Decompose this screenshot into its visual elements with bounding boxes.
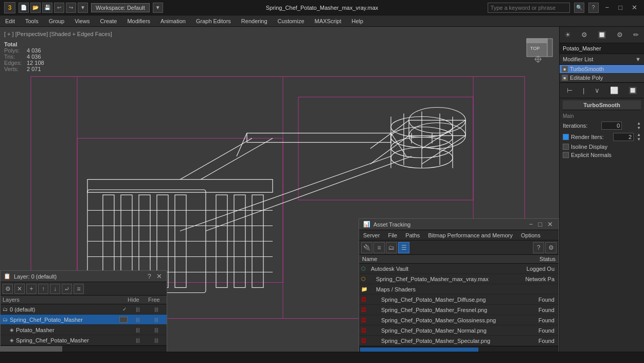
ap-row[interactable]: 🖼 Spring_Chef_Potato_Masher_Diffuse.png … <box>359 295 559 305</box>
rp2-icon1[interactable]: ⊢ <box>565 85 574 96</box>
modifier-editablepoly[interactable]: ■ Editable Poly <box>560 74 644 82</box>
layer-icon-2: 🗂 <box>3 317 8 322</box>
rp-icon-2[interactable]: ⚙ <box>580 29 589 40</box>
ap-maximize-btn[interactable]: □ <box>536 220 544 228</box>
ap-tb-btn2[interactable]: ≡ <box>373 242 385 253</box>
lp-question-btn[interactable]: ? <box>146 272 153 280</box>
undo-icon[interactable]: ↩ <box>54 3 64 13</box>
options-icon[interactable]: ▼ <box>78 3 88 13</box>
ap-tb-btn1[interactable]: 🔌 <box>361 242 372 253</box>
layer-name-2: Spring_Chef_Potato_Masher <box>9 317 119 323</box>
ap-row-status: Found <box>521 317 557 323</box>
lp-btn6[interactable]: ≡ <box>74 284 84 294</box>
workspace-button[interactable]: Workspace: Default <box>91 3 150 12</box>
minimize-button[interactable]: − <box>603 3 612 13</box>
workspace-dropdown-icon[interactable]: ▼ <box>153 3 163 13</box>
ap-menu-options[interactable]: Options <box>517 230 545 240</box>
modifier-turbosmooth[interactable]: ■ TurboSmooth <box>560 65 644 74</box>
layer-row[interactable]: 🗂 Spring_Chef_Potato_Masher ||| ||| <box>1 315 167 325</box>
menu-maxscript[interactable]: MAXScript <box>310 15 347 26</box>
ap-minimize-btn[interactable]: − <box>528 220 535 228</box>
menu-help[interactable]: Help <box>347 15 369 26</box>
save-icon[interactable]: 💾 <box>42 3 52 13</box>
ts-isoline-row: Isoline Display <box>563 143 641 151</box>
ap-row[interactable]: 📁 Maps / Shaders <box>359 284 559 295</box>
modifier-list-row: Modifier List ▼ <box>560 54 644 65</box>
rp2-icon5[interactable]: 🔲 <box>627 85 638 96</box>
menu-modifiers[interactable]: Modifiers <box>122 15 155 26</box>
ts-explicit-checkbox[interactable] <box>563 152 569 158</box>
lp-close-btn[interactable]: ✕ <box>155 272 164 280</box>
rp2-icon4[interactable]: ⬜ <box>609 85 620 96</box>
modifier-list-dropdown[interactable]: ▼ <box>635 56 641 62</box>
menu-group[interactable]: Group <box>44 15 70 26</box>
lp-btn5[interactable]: ⤾ <box>62 284 72 294</box>
rp-icon-3[interactable]: 🔲 <box>596 29 607 40</box>
layer-row[interactable]: ◈ Potato_Masher ||| ||| <box>1 325 167 335</box>
menu-create[interactable]: Create <box>95 15 122 26</box>
lp-scrollbar[interactable] <box>1 345 167 352</box>
ap-row[interactable]: 🖼 Spring_Chef_Potato_Masher_Specular.png… <box>359 336 559 346</box>
ts-iterations-input[interactable] <box>601 122 622 130</box>
menu-views[interactable]: Views <box>69 15 95 26</box>
lp-delete-btn[interactable]: ✕ <box>14 284 25 294</box>
window-title: Spring_Chef_Potato_Masher_max_vray.max <box>266 5 379 11</box>
ts-iterations-spinner[interactable]: ▲ ▼ <box>637 121 641 130</box>
layer-row[interactable]: ◈ Spring_Chef_Potato_Masher ||| ||| <box>1 335 167 345</box>
ts-renderiter-input[interactable] <box>613 133 634 141</box>
ap-row[interactable]: 🖼 Spring_Chef_Potato_Masher_Fresnel.png … <box>359 305 559 315</box>
ts-renderiter-spinner[interactable]: ▲ ▼ <box>637 132 641 142</box>
rp2-icon3[interactable]: ∨ <box>593 85 601 96</box>
ts-isoline-checkbox[interactable] <box>563 144 569 150</box>
menu-rendering[interactable]: Rendering <box>236 15 273 26</box>
ts-explicit-row: Explicit Normals <box>563 151 641 159</box>
open-icon[interactable]: 📂 <box>30 3 41 13</box>
lp-settings-btn[interactable]: ⚙ <box>3 284 13 294</box>
object-name: Potato_Masher <box>560 43 644 54</box>
layer-row[interactable]: 🗂 0 (default) ✓ ||| ||| <box>1 304 167 315</box>
lp-move-dn-btn[interactable]: ↓ <box>50 284 60 294</box>
menu-edit[interactable]: Edit <box>0 15 20 26</box>
layer-icon-3: ◈ <box>10 327 14 333</box>
search-input[interactable] <box>488 3 570 13</box>
menu-animation[interactable]: Animation <box>155 15 191 26</box>
ap-menu-bitmap[interactable]: Bitmap Performance and Memory <box>424 230 516 240</box>
verts-label: Verts: <box>4 66 25 72</box>
stats-edges-row: Edges: 12 108 <box>4 60 44 66</box>
ap-tb-btn3[interactable]: 🗂 <box>386 242 397 253</box>
ap-row[interactable]: ⬡ Autodesk Vault Logged Ou <box>359 264 559 274</box>
rp2-icon2[interactable]: | <box>581 85 586 96</box>
ap-tb-btn4[interactable]: ☰ <box>398 242 409 253</box>
ap-tb-help-btn[interactable]: ? <box>533 242 544 253</box>
ap-menu-file[interactable]: File <box>384 230 401 240</box>
menu-tools[interactable]: Tools <box>20 15 44 26</box>
menu-customize[interactable]: Customize <box>273 15 310 26</box>
new-icon[interactable]: 📄 <box>19 3 29 13</box>
stats-tris-row: Tris: 4 036 <box>4 54 44 60</box>
ap-close-btn[interactable]: ✕ <box>546 220 554 228</box>
redo-icon[interactable]: ↪ <box>66 3 76 13</box>
ap-row[interactable]: ⬡ Spring_Chef_Potato_Masher_max_vray.max… <box>359 274 559 284</box>
lp-move-up-btn[interactable]: ↑ <box>38 284 48 294</box>
stats-overlay: Total Polys: 4 036 Tris: 4 036 Edges: 12… <box>4 41 44 72</box>
modifier-check: ■ <box>562 66 568 72</box>
close-button[interactable]: ✕ <box>629 3 640 13</box>
search-icon[interactable]: 🔍 <box>574 3 584 13</box>
viewport-label-text: [ + ] [Perspective] [Shaded + Edged Face… <box>4 31 112 37</box>
rp-icon-4[interactable]: ⚙ <box>615 29 624 40</box>
ap-row[interactable]: 🖼 Spring_Chef_Potato_Masher_Normal.png F… <box>359 325 559 336</box>
ts-renderiter-checkbox[interactable] <box>563 134 569 140</box>
ap-tb-settings-btn[interactable]: ⚙ <box>545 242 557 253</box>
maximize-button[interactable]: □ <box>616 3 625 13</box>
help-icon[interactable]: ? <box>588 3 599 13</box>
lp-icon: 📋 <box>4 273 11 280</box>
ap-menu-server[interactable]: Server <box>359 230 384 240</box>
menu-graph-editors[interactable]: Graph Editors <box>191 15 236 26</box>
ap-menu-paths[interactable]: Paths <box>401 230 424 240</box>
rp-icon-5[interactable]: ✏ <box>632 29 640 40</box>
lp-add-btn[interactable]: + <box>26 284 37 294</box>
ap-row[interactable]: 🖼 Spring_Chef_Potato_Masher_Glossiness.p… <box>359 315 559 325</box>
rp-icon-1[interactable]: ☀ <box>563 29 573 40</box>
nav-cube[interactable]: TOP <box>522 31 555 64</box>
layer-hide-3: ||| <box>129 327 147 333</box>
